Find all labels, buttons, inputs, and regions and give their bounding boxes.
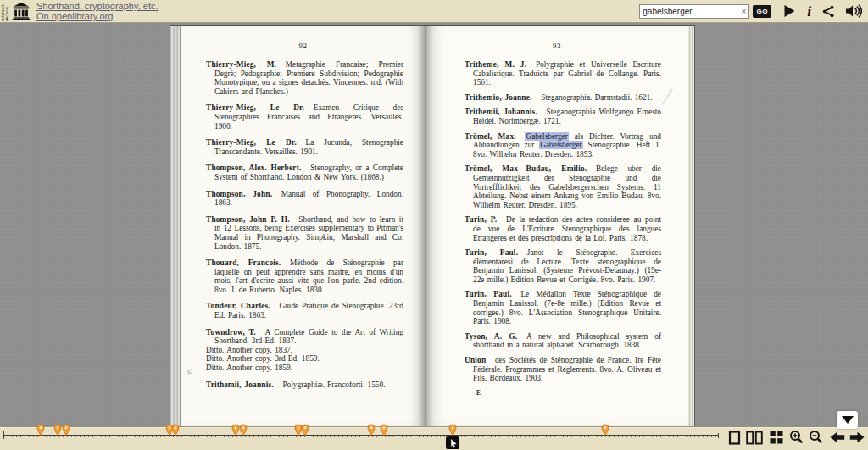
catalog-entry: Trithemii, Johannis. Steganographia Wolf… xyxy=(465,108,661,125)
bookreader-app: { "header": { "logo_vertical_text": "INT… xyxy=(0,0,868,450)
page-edges-right xyxy=(688,26,695,426)
search-result-pin[interactable] xyxy=(380,424,388,436)
search-result-pin[interactable] xyxy=(448,424,457,436)
zoom-out-button[interactable] xyxy=(807,429,826,446)
catalog-entry: Union des Sociétés de Sténographie de Fr… xyxy=(465,356,661,383)
current-page-handle[interactable] xyxy=(446,436,459,449)
left-page[interactable]: 92 Thierry-Mieg, M. Metagraphie Francais… xyxy=(181,26,426,426)
two-page-view-button[interactable] xyxy=(745,429,764,446)
search-result-pin[interactable] xyxy=(367,424,376,436)
catalog-entry: Trömel, Max—Budau, Emilio. Belege uber d… xyxy=(465,164,661,209)
title-links: Shorthand, cryptography, etc. On openlib… xyxy=(36,1,159,21)
left-page-text: Thierry-Mieg, M. Metagraphie Francaise; … xyxy=(181,60,403,389)
search-result-pin[interactable] xyxy=(36,424,45,436)
catalog-entry: Thierry-Mieg, Le Dr. Examen Critique des… xyxy=(206,103,403,131)
reader-stage: 92 Thierry-Mieg, M. Metagraphie Francais… xyxy=(0,23,868,426)
catalog-entry: Turin, P. De la redaction des actes cons… xyxy=(465,215,661,242)
page-number-right: 93 xyxy=(426,26,688,50)
catalog-entry: Turin, Paul. Le Médallon Texte Sténograp… xyxy=(465,290,661,325)
clear-search-icon[interactable]: × xyxy=(741,5,746,18)
page-slider-track[interactable] xyxy=(3,435,719,439)
book-spread: 92 Thierry-Mieg, M. Metagraphie Francais… xyxy=(170,25,695,426)
top-toolbar: INTERNET ARCHIVE Shorthand, cryptography… xyxy=(0,0,868,23)
previous-page-icon xyxy=(830,431,845,443)
one-page-view-button[interactable] xyxy=(725,429,743,446)
hand-pointer-icon xyxy=(448,438,458,448)
search-input[interactable] xyxy=(640,5,740,18)
right-page-text: Tritheme, M. J. Polygraphie et Universel… xyxy=(426,60,661,383)
search-highlight: Gabelsberger xyxy=(539,141,582,149)
signature-mark: E xyxy=(476,389,661,397)
one-page-view-icon xyxy=(728,431,741,445)
internet-archive-logo[interactable] xyxy=(11,1,31,21)
search-highlight: Gabelsberger xyxy=(525,132,568,141)
next-page-icon xyxy=(849,431,865,443)
catalog-entry: Tyson, A. G. A new and Philosophical sys… xyxy=(465,332,661,350)
search-go-button[interactable]: GO xyxy=(753,5,771,18)
catalog-entry: Trithemio, Joanne. Steganographia. Darms… xyxy=(465,93,661,103)
zoom-out-icon xyxy=(809,430,824,445)
thumbnail-view-button[interactable] xyxy=(767,429,786,446)
search-result-pin[interactable] xyxy=(301,424,309,436)
search-result-pin[interactable] xyxy=(53,424,62,436)
page-blemish xyxy=(662,88,673,104)
archive-vertical-text: INTERNET ARCHIVE xyxy=(1,1,9,21)
search-result-pin[interactable] xyxy=(62,424,70,436)
right-page[interactable]: 93 Tritheme, M. J. Polygraphie et Univer… xyxy=(426,26,688,426)
catalog-entry: Thompson, Alex. Herbert. Stenography, or… xyxy=(206,164,403,181)
catalog-entry: Thierry-Mieg, Le Dr. La Jucunda, Stenogr… xyxy=(206,138,403,156)
catalog-entry: Tritheme, M. J. Polygraphie et Universel… xyxy=(465,60,661,87)
speaker-icon[interactable] xyxy=(845,4,863,18)
catalog-entry: Thouard, Francois. Méthode de Sténograph… xyxy=(206,258,403,294)
chevron-down-icon xyxy=(842,416,854,424)
collapse-toolbar-button[interactable] xyxy=(837,411,858,429)
share-icon[interactable] xyxy=(822,5,834,18)
catalog-entry: Thierry-Mieg, M. Metagraphie Francaise; … xyxy=(206,60,403,96)
search-area: × GO i xyxy=(639,4,868,19)
catalog-entry: Turin, Paul. Janot le Sténographe. Exerc… xyxy=(465,248,661,284)
thumbnail-view-icon xyxy=(770,431,783,444)
temple-icon xyxy=(12,2,31,20)
catalog-entry: Towndrow, T. A Complete Guide to the Art… xyxy=(206,328,403,373)
zoom-in-button[interactable] xyxy=(787,429,806,446)
book-title-link[interactable]: Shorthand, cryptography, etc. xyxy=(36,1,159,11)
previous-page-button[interactable] xyxy=(828,429,847,446)
two-page-view-icon xyxy=(746,431,763,445)
slider-end-tick xyxy=(718,433,719,438)
search-result-pin[interactable] xyxy=(239,424,248,436)
catalog-entry: Thompson, John P. H. Shorthand, and how … xyxy=(206,215,403,251)
catalog-entry: Tondeur, Charles. Guide Pratique de Sten… xyxy=(206,302,403,319)
info-icon[interactable]: i xyxy=(807,5,811,18)
zoom-in-icon xyxy=(789,430,804,445)
page-edges-left xyxy=(170,26,181,426)
pencil-mark: K xyxy=(186,368,193,376)
search-result-pin[interactable] xyxy=(601,424,609,436)
catalog-entry: Trömel, Max. Gabelsberger als Dichter. V… xyxy=(465,132,661,159)
next-page-button[interactable] xyxy=(848,429,866,446)
catalog-entry: Trithemii, Joannis. Polygraphiæ. Francof… xyxy=(206,381,403,390)
catalog-entry: Thompson, John. Manual of Phonography. L… xyxy=(206,190,403,208)
play-icon[interactable] xyxy=(782,4,796,18)
search-result-pin[interactable] xyxy=(171,424,180,436)
page-number-left: 92 xyxy=(181,26,426,50)
slider-start-tick xyxy=(3,431,4,439)
search-box: × xyxy=(639,4,749,19)
openlibrary-link[interactable]: On openlibrary.org xyxy=(36,11,159,21)
